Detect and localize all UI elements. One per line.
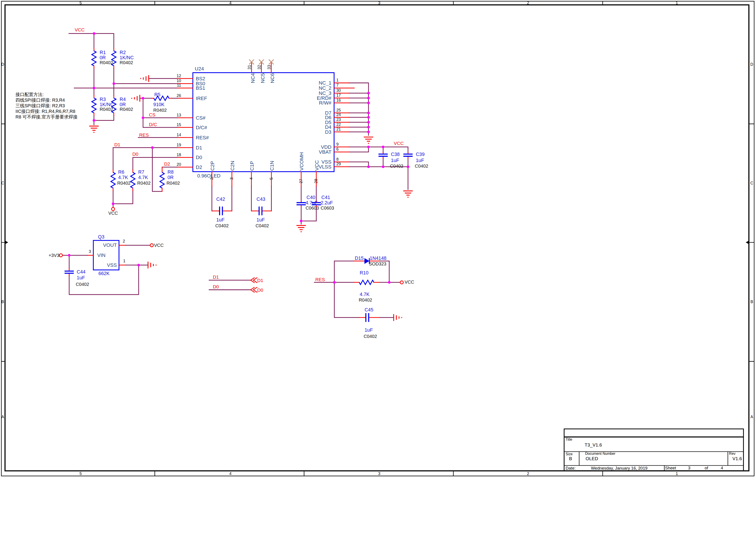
- label-components-C44-ref-58: C44: [77, 269, 86, 275]
- label-components-C38-ref-40: C38: [391, 152, 400, 157]
- label-components-R3-ref-7: R3: [100, 97, 106, 102]
- chip-pin-name-C2P: C2P: [210, 161, 215, 171]
- junction-dot-3: [93, 119, 95, 122]
- junction-dot-6: [151, 146, 154, 149]
- label-components-C40-footprint-48: C0603: [306, 205, 319, 210]
- label-nets-dc-17: D/C: [149, 122, 157, 127]
- label-components-R8-value-29: 0R: [168, 175, 174, 180]
- junction-dot-12: [367, 92, 370, 94]
- label-components-D15-ref-76: D15: [355, 255, 364, 261]
- doc-number-value: OLED: [586, 456, 598, 461]
- chip-pin-name-VLSS: VLSS: [319, 164, 332, 170]
- junction-dot-25: [300, 220, 303, 222]
- label-chip-value-38: 0.96OLED: [197, 173, 220, 178]
- chip-pin-number-31: 31: [247, 65, 252, 69]
- chip-pin-name-NC_2: NC_2: [319, 85, 332, 91]
- label-components-Q3-pin_names-1-64: VIN: [97, 253, 105, 258]
- label-notes-1-33: 四线SPI接口焊接: R3,R4: [15, 97, 65, 102]
- label-nets-vcc-0: VCC: [75, 27, 85, 32]
- chip-pin-number-16: 16: [336, 98, 341, 102]
- label-components-Q3-pin_numbers-2-68: 1: [123, 258, 125, 263]
- chip-pin-number-5: 5: [269, 177, 274, 180]
- label-components-R2-value-5: 1K/NC: [120, 55, 134, 60]
- label-components-Q3-pin_names-2-65: VSS: [107, 262, 117, 268]
- label-components-R3-footprint-9: R0402: [100, 107, 113, 112]
- chip-pin-number-27: 27: [299, 179, 303, 183]
- chip-pin-name-VBAT: VBAT: [319, 149, 332, 155]
- sheet-total: 4: [721, 466, 723, 470]
- chip-pin-name-BS1: BS1: [196, 85, 205, 91]
- label-components-C44-value-59: 1uF: [77, 275, 85, 280]
- junction-dot-13: [367, 97, 370, 99]
- chip-pin-name-VCC: VCC: [314, 160, 320, 171]
- label-notes-0-32: 接口配置方法:: [15, 92, 43, 97]
- zone-col-bottom-4: 4: [230, 471, 232, 476]
- label-nets-d0-72: D0: [213, 284, 219, 289]
- chip-pin-number-23: 23: [336, 117, 341, 122]
- label-components-Q3-value-62: 662K: [98, 271, 110, 276]
- label-components-C42-footprint-54: C0402: [215, 223, 229, 228]
- junction-dot-1: [113, 82, 115, 85]
- chip-pin-number-6: 6: [336, 147, 338, 151]
- zone-row-left-C: C: [1, 181, 4, 185]
- label-components-R7-value-26: 4.7K: [138, 175, 148, 180]
- label-components-C40-ref-46: C40: [307, 195, 315, 200]
- title-label: Title: [566, 437, 572, 441]
- label-components-R10-footprint-81: R0402: [359, 298, 372, 303]
- chip-pin-number-13: 13: [177, 113, 181, 117]
- zone-row-right-B: B: [750, 300, 753, 304]
- zone-row-left-A: A: [1, 414, 4, 419]
- chip-pin-number-8: 8: [336, 157, 338, 162]
- label-components-C41-ref-49: C41: [321, 195, 330, 200]
- label-components-C45-value-83: 1uF: [364, 327, 373, 333]
- label-nets-vcc-31: VCC: [108, 211, 118, 216]
- zone-row-right-C: C: [750, 181, 753, 185]
- junction-dot-9: [137, 264, 140, 266]
- label-nets-d1-73: D1: [257, 278, 263, 283]
- chip-pin-number-4: 4: [249, 177, 254, 180]
- chip-pin-number-30: 30: [336, 88, 341, 93]
- label-components-Q3-pin_numbers-0-66: 2: [123, 239, 125, 243]
- chip-pin-name-NC_1: NC_1: [319, 80, 332, 86]
- sheet-label: Sheet: [665, 466, 676, 470]
- chip-pin-name-CS#: CS#: [196, 115, 205, 121]
- chip-pin-number-2: 2: [209, 177, 214, 180]
- zone-col-top-2: 2: [527, 1, 529, 5]
- junction-dot-2: [93, 87, 95, 89]
- label-nets-vcc-39: VCC: [394, 141, 404, 146]
- junction-dot-21: [382, 146, 385, 148]
- label-components-R6-ref-22: R6: [118, 170, 124, 175]
- label-components-R2-ref-4: R2: [120, 50, 126, 55]
- chip-pin-number-20: 20: [177, 162, 181, 167]
- chip-pin-number-15: 15: [177, 122, 181, 127]
- chip-pin-name-C1P: C1P: [249, 161, 255, 171]
- power-port-vcc-icon-3: [400, 281, 403, 284]
- chip-pin-name-D0: D0: [196, 155, 202, 160]
- label-nets-vcc-70: VCC: [154, 243, 164, 248]
- junction-dot-5: [142, 117, 144, 119]
- label-nets-res-18: RES: [139, 132, 149, 138]
- label-nets-d1-71: D1: [213, 274, 219, 280]
- junction-dot-15: [367, 112, 370, 114]
- label-notes-2-34: 三线SPI接口焊接: R2,R3: [15, 103, 65, 108]
- rev-label: Rev: [729, 451, 736, 455]
- chip-pin-number-21: 21: [336, 127, 341, 131]
- chip-pin-number-26: 26: [177, 93, 181, 98]
- chip-pin-number-10: 10: [177, 78, 181, 83]
- junction-dot-17: [367, 121, 370, 124]
- label-components-C45-ref-82: C45: [364, 307, 373, 312]
- label-components-R10-ref-79: R10: [360, 270, 368, 276]
- junction-dot-0: [93, 32, 95, 35]
- label-components-R4-value-11: 0R: [120, 102, 126, 107]
- chip-pin-name-D1: D1: [196, 145, 202, 150]
- label-components-C42-ref-52: C42: [216, 197, 225, 202]
- label-notes-4-36: R8 可不焊接,官方手册要求焊接: [15, 115, 77, 120]
- label-components-C39-ref-43: C39: [416, 152, 424, 157]
- label-components-R5-value-14: 910K: [153, 102, 165, 107]
- chip-pin-number-7: 7: [336, 83, 338, 88]
- label-components-Q3-pin_names-0-63: VOUT: [103, 242, 117, 248]
- zone-col-top-1: 1: [676, 1, 678, 5]
- zone-row-right-A: A: [750, 414, 753, 419]
- label-components-C45-footprint-84: C0402: [364, 334, 377, 339]
- chip-pin-number-33: 33: [267, 65, 271, 69]
